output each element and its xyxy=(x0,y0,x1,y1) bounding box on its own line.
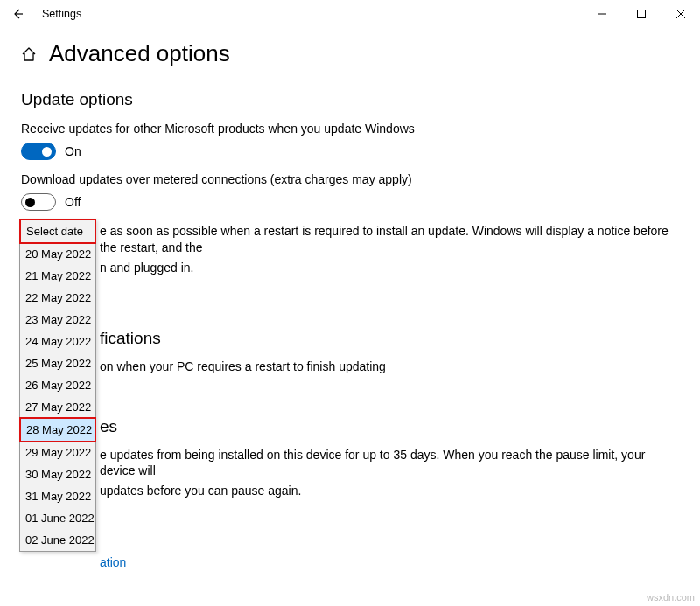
toggle-receive-updates-switch[interactable] xyxy=(21,143,56,160)
minimize-button[interactable] xyxy=(582,1,621,27)
section-notifications-partial: fications xyxy=(100,329,679,348)
dropdown-item[interactable]: 27 May 2022 xyxy=(20,396,95,418)
pause-until-dropdown[interactable]: Select date 20 May 202221 May 202222 May… xyxy=(19,219,96,552)
opt-metered-label: Download updates over metered connection… xyxy=(21,172,679,186)
dropdown-item[interactable]: 25 May 2022 xyxy=(20,352,95,374)
dropdown-item[interactable]: 24 May 2022 xyxy=(20,331,95,352)
window-title: Settings xyxy=(30,8,81,20)
toggle-metered: Off xyxy=(21,193,679,211)
arrow-left-icon xyxy=(11,8,24,20)
section-update-options: Update options xyxy=(21,90,679,109)
home-button[interactable] xyxy=(21,46,37,62)
dropdown-item[interactable]: 26 May 2022 xyxy=(20,374,95,396)
dropdown-item[interactable]: 01 June 2022 xyxy=(20,507,95,529)
pause-body-b: updates before you can pause again. xyxy=(100,483,679,499)
dropdown-item[interactable]: 28 May 2022 xyxy=(19,417,96,442)
notifications-body: on when your PC requires a restart to fi… xyxy=(100,359,679,375)
toggle-metered-state: Off xyxy=(65,195,80,209)
home-icon xyxy=(21,46,37,62)
dropdown-item[interactable]: 02 June 2022 xyxy=(20,529,95,551)
back-button[interactable] xyxy=(5,2,30,26)
dropdown-item[interactable]: 21 May 2022 xyxy=(20,265,95,287)
page-header: Advanced options xyxy=(0,28,700,74)
dropdown-item[interactable]: 30 May 2022 xyxy=(20,463,95,485)
toggle-metered-switch[interactable] xyxy=(21,193,56,211)
section-pause-partial: es xyxy=(100,417,679,436)
dropdown-item[interactable]: 31 May 2022 xyxy=(20,485,95,507)
link-partial[interactable]: ation xyxy=(100,555,126,569)
maximize-icon xyxy=(637,10,646,18)
dropdown-item[interactable]: 20 May 2022 xyxy=(20,243,95,265)
restart-notice-text-b: n and plugged in. xyxy=(100,260,679,276)
maximize-button[interactable] xyxy=(621,1,661,27)
dropdown-item[interactable]: 29 May 2022 xyxy=(20,442,95,463)
restart-notice-text-a: e as soon as possible when a restart is … xyxy=(100,223,679,256)
minimize-icon xyxy=(598,10,606,18)
toggle-receive-updates: On xyxy=(21,143,679,160)
dropdown-header[interactable]: Select date xyxy=(19,219,96,244)
close-button[interactable] xyxy=(661,1,700,27)
dropdown-item[interactable]: 23 May 2022 xyxy=(20,309,95,331)
content-area: Update options Receive updates for other… xyxy=(0,74,700,569)
close-icon xyxy=(676,10,685,18)
svg-rect-0 xyxy=(637,10,645,18)
opt-receive-updates-label: Receive updates for other Microsoft prod… xyxy=(21,122,679,136)
watermark: wsxdn.com xyxy=(647,592,695,603)
page-title: Advanced options xyxy=(49,40,230,67)
pause-body-a: e updates from being installed on this d… xyxy=(100,447,679,480)
dropdown-item[interactable]: 22 May 2022 xyxy=(20,287,95,309)
titlebar: Settings xyxy=(0,0,700,28)
toggle-receive-updates-state: On xyxy=(65,144,81,158)
